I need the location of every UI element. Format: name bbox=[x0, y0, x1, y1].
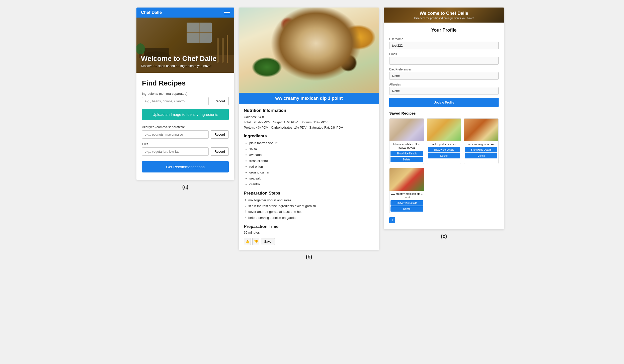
recipe-body: Nutrition Information Calories: 54.8 Tot… bbox=[239, 104, 379, 250]
recipe-thumbnail bbox=[427, 119, 461, 141]
saved-recipes-bottom-row: ww creamy mexican dip 1 point Show/Hide … bbox=[389, 168, 499, 214]
allergies-prof-value: None bbox=[389, 87, 499, 95]
recipe-thumbnail bbox=[464, 119, 498, 141]
saved-recipes-grid: lebanese white coffee kahwe bayda Show/H… bbox=[389, 118, 499, 164]
list-item: red onion bbox=[249, 164, 374, 169]
diet-record-btn[interactable]: Record bbox=[211, 147, 229, 156]
ingredients-row: Record bbox=[142, 97, 229, 105]
delete-btn[interactable]: Delete bbox=[428, 153, 460, 158]
show-hide-btn[interactable]: Show/Hide Details bbox=[428, 147, 460, 152]
list-item: cover and refrigerate at least one hour bbox=[248, 209, 374, 215]
panel-a-label: (a) bbox=[182, 184, 188, 190]
recipe-name: ww creamy mexican dip 1 point bbox=[389, 191, 424, 201]
list-item: sea salt bbox=[249, 175, 374, 181]
profile-heading: Your Profile bbox=[389, 28, 499, 33]
recipe-actions: 👍 👎 Save bbox=[244, 238, 374, 245]
recipe-name: make perfect ice tea bbox=[427, 141, 461, 147]
recipe-name: mushroom guacamole bbox=[464, 141, 498, 147]
username-value: test222 bbox=[389, 42, 499, 49]
allergies-label: Allergies (comma-separated): bbox=[142, 125, 229, 129]
saved-recipe-card: make perfect ice tea Show/Hide Details D… bbox=[427, 118, 461, 164]
panel-a-wrapper: Chef Dalle bbox=[136, 8, 234, 190]
find-recipes-form: Find Recipes Ingredients (comma-separate… bbox=[136, 73, 234, 180]
food-art bbox=[239, 8, 379, 93]
panel-a: Chef Dalle bbox=[136, 8, 234, 180]
panel-c-hero-sub: Discover recipes based on ingredients yo… bbox=[414, 17, 474, 20]
list-item: avocado bbox=[249, 152, 374, 158]
panel-c: Welcome to Chef Dalle Discover recipes b… bbox=[384, 8, 504, 229]
panel-c-hero-title: Welcome to Chef Dalle bbox=[420, 11, 468, 16]
delete-btn[interactable]: Delete bbox=[391, 157, 423, 162]
hero-subtitle: Discover recipes based on ingredients yo… bbox=[141, 64, 230, 68]
brand-name: Chef Dalle bbox=[141, 10, 162, 15]
list-item: salsa bbox=[249, 146, 374, 152]
show-hide-btn[interactable]: Show/Hide Details bbox=[391, 151, 423, 156]
save-recipe-btn[interactable]: Save bbox=[261, 238, 275, 245]
saved-recipe-card: lebanese white coffee kahwe bayda Show/H… bbox=[389, 118, 424, 164]
allergies-prof-label: Allergies bbox=[389, 83, 499, 86]
prep-steps-list: mix together yogurt and salsa stir in th… bbox=[244, 197, 374, 221]
saved-recipe-card: mushroom guacamole Show/Hide Details Del… bbox=[464, 118, 499, 164]
ingredients-input[interactable] bbox=[142, 97, 209, 105]
page-container: Chef Dalle bbox=[136, 8, 488, 260]
recipe-title: ww creamy mexican dip 1 point bbox=[239, 93, 379, 104]
fat-sugar-sodium: Total Fat: 4% PDV Sugar: 13% PDV Sodium:… bbox=[244, 120, 328, 124]
thumbs-down-btn[interactable]: 👎 bbox=[252, 238, 259, 245]
recipe-thumbnail bbox=[389, 119, 424, 141]
panel-c-wrapper: Welcome to Chef Dalle Discover recipes b… bbox=[384, 8, 504, 239]
diet-label: Diet bbox=[142, 142, 229, 146]
diet-pref-label: Diet Preferences bbox=[389, 68, 499, 71]
recipe-thumbnail bbox=[389, 168, 424, 191]
profile-body: Your Profile Username test222 Email Diet… bbox=[384, 23, 504, 229]
panel-b-label: (b) bbox=[306, 254, 312, 260]
show-hide-btn[interactable]: Show/Hide Details bbox=[465, 147, 497, 152]
panel-b-wrapper: ww creamy mexican dip 1 point Nutrition … bbox=[239, 8, 379, 260]
prep-time-value: 65 minutes bbox=[244, 231, 374, 234]
hamburger-menu-icon[interactable] bbox=[224, 11, 230, 14]
list-item: before serving sprinkle on garnish bbox=[248, 215, 374, 221]
prep-time-heading: Preparation Time bbox=[244, 224, 374, 229]
find-recipes-title: Find Recipes bbox=[142, 79, 229, 87]
ingredients-record-btn[interactable]: Record bbox=[211, 97, 229, 105]
page-1-btn[interactable]: 1 bbox=[389, 217, 395, 223]
saved-recipes-heading: Saved Recipes bbox=[389, 111, 499, 115]
pagination: 1 bbox=[389, 217, 499, 223]
list-item: fresh cilantro bbox=[249, 158, 374, 164]
nutrition-heading: Nutrition Information bbox=[244, 108, 374, 113]
list-item: mix together yogurt and salsa bbox=[248, 197, 374, 203]
upload-image-btn[interactable]: Upload an Image to Identify Ingredients bbox=[142, 109, 229, 120]
protein-carbs-satfat: Protein: 4% PDV Carbohydrates: 1% PDV Sa… bbox=[244, 126, 343, 129]
allergies-input[interactable] bbox=[142, 130, 209, 139]
hero-section: Welcome to Chef Dalle Discover recipes b… bbox=[136, 18, 234, 73]
email-value bbox=[389, 57, 499, 65]
thumbs-up-btn[interactable]: 👍 bbox=[244, 238, 251, 245]
ingredients-list: plain fat-free yogurt salsa avocado fres… bbox=[244, 140, 374, 187]
panel-c-label: (c) bbox=[441, 233, 447, 239]
list-item: plain fat-free yogurt bbox=[249, 140, 374, 146]
delete-btn[interactable]: Delete bbox=[391, 206, 423, 212]
ingredients-label: Ingredients (comma-separated): bbox=[142, 92, 229, 96]
email-label: Email bbox=[389, 52, 499, 56]
food-image bbox=[239, 8, 379, 93]
navbar: Chef Dalle bbox=[136, 8, 234, 18]
diet-row: Record bbox=[142, 147, 229, 156]
get-recommendations-btn[interactable]: Get Recommendations bbox=[142, 161, 229, 172]
list-item: cilantro bbox=[249, 181, 374, 187]
username-label: Username bbox=[389, 37, 499, 41]
list-item: stir in the rest of the ingredients exce… bbox=[248, 203, 374, 209]
ingredients-heading: Ingredients bbox=[244, 134, 374, 139]
prep-steps-heading: Preparation Steps bbox=[244, 191, 374, 196]
show-hide-btn[interactable]: Show/Hide Details bbox=[391, 200, 423, 206]
panel-b: ww creamy mexican dip 1 point Nutrition … bbox=[239, 8, 379, 250]
recipe-name: lebanese white coffee kahwe bayda bbox=[389, 141, 424, 151]
delete-btn[interactable]: Delete bbox=[465, 153, 497, 158]
list-item: ground cumin bbox=[249, 169, 374, 175]
saved-recipe-card: ww creamy mexican dip 1 point Show/Hide … bbox=[389, 168, 424, 214]
allergies-row: Record bbox=[142, 130, 229, 139]
calories: Calories: 54.8 bbox=[244, 115, 264, 119]
allergies-record-btn[interactable]: Record bbox=[211, 130, 229, 139]
update-profile-btn[interactable]: Update Profile bbox=[389, 98, 499, 107]
diet-pref-value: None bbox=[389, 72, 499, 80]
panel-c-hero: Welcome to Chef Dalle Discover recipes b… bbox=[384, 8, 504, 23]
diet-input[interactable] bbox=[142, 147, 209, 156]
